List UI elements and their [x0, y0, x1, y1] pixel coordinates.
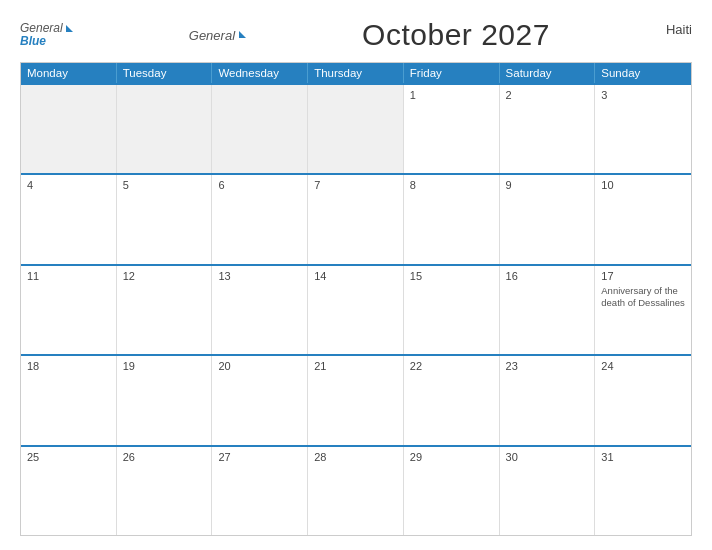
day-cell: 29: [404, 447, 500, 535]
day-cell: 3: [595, 85, 691, 173]
calendar: MondayTuesdayWednesdayThursdayFridaySatu…: [20, 62, 692, 536]
calendar-page: General Blue General October 2027 Haiti …: [0, 0, 712, 550]
day-header-thursday: Thursday: [308, 63, 404, 83]
day-cell: 28: [308, 447, 404, 535]
weeks: 1234567891011121314151617Anniversary of …: [21, 83, 691, 535]
day-number: 13: [218, 270, 301, 282]
week-row: 18192021222324: [21, 354, 691, 444]
day-number: 27: [218, 451, 301, 463]
day-number: 9: [506, 179, 589, 191]
day-cell: 30: [500, 447, 596, 535]
day-number: 7: [314, 179, 397, 191]
day-cell: 31: [595, 447, 691, 535]
day-number: 6: [218, 179, 301, 191]
day-number: 18: [27, 360, 110, 372]
day-number: 26: [123, 451, 206, 463]
empty-day-cell: [21, 85, 117, 173]
day-header-monday: Monday: [21, 63, 117, 83]
day-cell: 20: [212, 356, 308, 444]
empty-day-cell: [308, 85, 404, 173]
day-number: 21: [314, 360, 397, 372]
day-cell: 14: [308, 266, 404, 354]
day-cell: 2: [500, 85, 596, 173]
day-number: 11: [27, 270, 110, 282]
day-number: 23: [506, 360, 589, 372]
day-number: 25: [27, 451, 110, 463]
day-number: 12: [123, 270, 206, 282]
country-label: Haiti: [666, 22, 692, 37]
day-number: 19: [123, 360, 206, 372]
day-number: 31: [601, 451, 685, 463]
day-cell: 23: [500, 356, 596, 444]
day-cell: 12: [117, 266, 213, 354]
day-number: 17: [601, 270, 685, 282]
day-header-wednesday: Wednesday: [212, 63, 308, 83]
day-number: 14: [314, 270, 397, 282]
day-cell: 10: [595, 175, 691, 263]
week-row: 25262728293031: [21, 445, 691, 535]
day-number: 22: [410, 360, 493, 372]
day-number: 4: [27, 179, 110, 191]
day-number: 24: [601, 360, 685, 372]
day-header-saturday: Saturday: [500, 63, 596, 83]
day-number: 1: [410, 89, 493, 101]
day-cell: 24: [595, 356, 691, 444]
day-cell: 8: [404, 175, 500, 263]
week-row: 123: [21, 83, 691, 173]
header: General Blue General October 2027 Haiti: [20, 18, 692, 52]
day-cell: 11: [21, 266, 117, 354]
day-cell: 15: [404, 266, 500, 354]
logo: General Blue: [20, 22, 73, 48]
day-cell: 25: [21, 447, 117, 535]
day-event: Anniversary of the death of Dessalines: [601, 285, 685, 310]
day-headers: MondayTuesdayWednesdayThursdayFridaySatu…: [21, 63, 691, 83]
logo-general-2: General: [189, 29, 235, 42]
day-cell: 27: [212, 447, 308, 535]
day-number: 10: [601, 179, 685, 191]
logo-icon: [239, 31, 246, 38]
day-number: 28: [314, 451, 397, 463]
day-cell: 4: [21, 175, 117, 263]
day-cell: 26: [117, 447, 213, 535]
day-cell: 6: [212, 175, 308, 263]
week-row: 45678910: [21, 173, 691, 263]
day-header-friday: Friday: [404, 63, 500, 83]
page-title: October 2027: [362, 18, 550, 52]
day-number: 5: [123, 179, 206, 191]
day-cell: 17Anniversary of the death of Dessalines: [595, 266, 691, 354]
day-number: 20: [218, 360, 301, 372]
day-cell: 13: [212, 266, 308, 354]
day-number: 8: [410, 179, 493, 191]
day-header-sunday: Sunday: [595, 63, 691, 83]
day-cell: 5: [117, 175, 213, 263]
day-number: 2: [506, 89, 589, 101]
day-number: 16: [506, 270, 589, 282]
day-number: 29: [410, 451, 493, 463]
empty-day-cell: [117, 85, 213, 173]
day-header-tuesday: Tuesday: [117, 63, 213, 83]
day-number: 15: [410, 270, 493, 282]
empty-day-cell: [212, 85, 308, 173]
day-cell: 16: [500, 266, 596, 354]
day-number: 30: [506, 451, 589, 463]
day-cell: 21: [308, 356, 404, 444]
day-cell: 7: [308, 175, 404, 263]
day-cell: 22: [404, 356, 500, 444]
day-cell: 9: [500, 175, 596, 263]
week-row: 11121314151617Anniversary of the death o…: [21, 264, 691, 354]
day-cell: 1: [404, 85, 500, 173]
day-cell: 18: [21, 356, 117, 444]
day-cell: 19: [117, 356, 213, 444]
day-number: 3: [601, 89, 685, 101]
